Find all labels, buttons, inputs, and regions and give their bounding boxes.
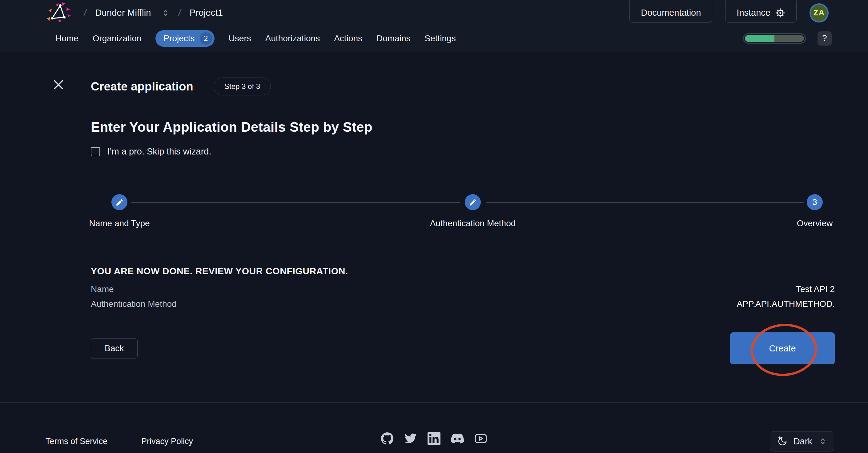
nav-item-users[interactable]: Users [229, 34, 251, 43]
review-rows: Name Test API 2 Authentication Method AP… [91, 284, 835, 309]
wizard-actions: Back Create [91, 332, 835, 364]
breadcrumb-separator: / [83, 7, 87, 19]
back-button[interactable]: Back [91, 338, 137, 359]
nav-item-settings[interactable]: Settings [425, 34, 456, 43]
unfold-more-icon[interactable] [162, 8, 169, 18]
nav-item-home[interactable]: Home [55, 34, 79, 43]
skip-wizard-checkbox[interactable] [91, 147, 100, 156]
step-1-label: Name and Type [89, 219, 150, 228]
projects-count-badge: 2 [200, 32, 212, 44]
twitter-icon[interactable] [404, 432, 417, 445]
nav-item-domains[interactable]: Domains [376, 34, 410, 43]
theme-selector-value: Dark [794, 436, 812, 447]
instance-button-label: Instance [737, 8, 770, 18]
theme-selector[interactable]: Dark [770, 431, 834, 451]
avatar-initials: ZA [813, 8, 825, 18]
github-icon[interactable] [381, 432, 394, 445]
step-3-label: Overview [797, 219, 833, 228]
linkedin-icon[interactable] [428, 432, 440, 445]
help-button[interactable]: ? [817, 31, 832, 45]
wizard-stepper: 3 Name and Type Authentication Method Ov… [91, 194, 835, 239]
step-2-circle[interactable] [465, 194, 481, 210]
review-label: Authentication Method [91, 299, 177, 309]
breadcrumb-separator: / [177, 7, 182, 19]
review-value: APP.API.AUTHMETHOD. [737, 299, 835, 309]
footer: Terms of Service Privacy Policy Dark [0, 402, 868, 453]
social-links [381, 432, 487, 445]
pencil-icon [469, 198, 477, 206]
breadcrumb-project[interactable]: Project1 [190, 8, 223, 18]
privacy-policy-link[interactable]: Privacy Policy [141, 437, 193, 446]
review-value: Test API 2 [796, 284, 835, 294]
nav-item-actions[interactable]: Actions [334, 34, 362, 43]
create-application-wizard: Create application Step 3 of 3 Enter You… [0, 52, 868, 364]
step-3-circle[interactable]: 3 [807, 194, 823, 210]
unfold-more-icon [818, 436, 827, 446]
main-nav: Home Organization Projects 2 Users Autho… [0, 26, 868, 52]
wizard-heading: Enter Your Application Details Step by S… [91, 120, 835, 135]
breadcrumb: / Dunder Mifflin / Project1 [84, 7, 223, 19]
terms-of-service-link[interactable]: Terms of Service [45, 437, 107, 446]
review-row-name: Name Test API 2 [91, 284, 835, 294]
pencil-icon [116, 198, 124, 206]
step-1-circle[interactable] [112, 194, 127, 210]
step-2-label: Authentication Method [430, 219, 516, 228]
discord-icon[interactable] [451, 432, 464, 445]
nav-item-authorizations[interactable]: Authorizations [265, 34, 320, 43]
nav-item-organization[interactable]: Organization [93, 34, 142, 43]
top-bar-actions: Documentation Instance ZA [629, 3, 829, 23]
avatar[interactable]: ZA [809, 3, 829, 23]
documentation-button-label: Documentation [641, 8, 701, 18]
create-button[interactable]: Create [730, 332, 835, 364]
progress-fill [745, 35, 774, 42]
gear-icon [775, 8, 785, 18]
nav-item-projects[interactable]: Projects 2 [155, 30, 214, 47]
review-label: Name [91, 284, 114, 294]
org-switcher[interactable]: Dunder Mifflin [95, 8, 151, 18]
step-indicator-badge: Step 3 of 3 [214, 77, 271, 95]
create-button-wrap: Create [730, 332, 835, 364]
skip-wizard-label: I'm a pro. Skip this wizard. [107, 147, 212, 157]
top-bar: / Dunder Mifflin / Project1 Documentatio… [0, 0, 868, 26]
documentation-button[interactable]: Documentation [629, 0, 712, 23]
instance-button[interactable]: Instance [725, 0, 797, 23]
progress-track [745, 35, 804, 42]
zitadel-logo-icon[interactable] [45, 2, 71, 23]
review-row-auth-method: Authentication Method APP.API.AUTHMETHOD… [91, 299, 835, 309]
review-title: YOU ARE NOW DONE. REVIEW YOUR CONFIGURAT… [91, 266, 835, 277]
moon-icon [777, 436, 787, 446]
wizard-title-row: Create application Step 3 of 3 [91, 77, 835, 95]
stepper-line [486, 202, 804, 203]
youtube-icon[interactable] [474, 432, 487, 445]
nav-item-projects-label: Projects [163, 34, 194, 43]
close-icon[interactable] [52, 78, 65, 91]
onboarding-progress-bar [743, 33, 806, 44]
nav-right: ? [743, 31, 832, 45]
stepper-line [131, 202, 460, 203]
skip-wizard-row[interactable]: I'm a pro. Skip this wizard. [91, 147, 835, 157]
page-title: Create application [91, 80, 193, 93]
step-3-number: 3 [812, 197, 817, 207]
